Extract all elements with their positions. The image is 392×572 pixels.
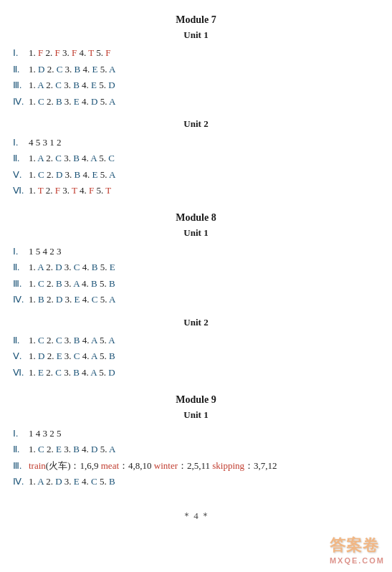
row-label: Ⅱ. (13, 62, 29, 77)
answer-row: Ⅲ.train(火车)：1,6,9 meat：4,8,10 winter：2,5… (13, 458, 379, 473)
answer-row: Ⅰ.1 4 3 2 5 (13, 426, 379, 441)
answer-row: Ⅱ.1. A 2. C 3. B 4. A 5. C (13, 151, 379, 166)
answer-row: Ⅴ.1. D 2. E 3. C 4. A 5. B (13, 348, 379, 363)
row-content: 1. E 2. C 3. B 4. A 5. D (29, 365, 379, 380)
row-content: 1. A 2. C 3. B 4. A 5. C (29, 151, 379, 166)
row-content: 4 5 3 1 2 (29, 135, 379, 150)
unit-title: Unit 1 (13, 27, 379, 42)
answer-row: Ⅱ.1. A 2. D 3. C 4. B 5. E (13, 259, 379, 275)
row-content: 1. C 2. B 3. A 4. B 5. B (29, 276, 379, 291)
row-label: Ⅲ. (13, 458, 29, 473)
row-label: Ⅱ. (13, 442, 29, 457)
row-label: Ⅲ. (13, 77, 29, 92)
answer-row: Ⅳ.1. C 2. B 3. E 4. D 5. A (13, 94, 379, 109)
row-label: Ⅰ. (13, 244, 29, 259)
unit-section: Unit 2Ⅱ.1. C 2. C 3. B 4. A 5. AⅤ.1. D 2… (13, 315, 379, 381)
answer-row: Ⅱ.1. C 2. E 3. B 4. D 5. A (13, 442, 379, 457)
module-block: Module 9Unit 1Ⅰ.1 4 3 2 5Ⅱ.1. C 2. E 3. … (13, 394, 379, 496)
row-content: 1 4 3 2 5 (29, 426, 379, 441)
answer-row: Ⅳ.1. A 2. D 3. E 4. C 5. B (13, 474, 379, 489)
answer-row: Ⅱ.1. D 2. C 3. B 4. E 5. A (13, 62, 379, 77)
answer-row: Ⅰ.1. F 2. F 3. F 4. T 5. F (13, 45, 379, 60)
unit-section: Unit 1Ⅰ.1. F 2. F 3. F 4. T 5. FⅡ.1. D 2… (13, 27, 379, 109)
row-label: Ⅳ. (13, 94, 29, 109)
row-content: 1. D 2. C 3. B 4. E 5. A (29, 62, 379, 77)
module-block: Module 7Unit 1Ⅰ.1. F 2. F 3. F 4. T 5. F… (13, 14, 379, 205)
module-block: Module 8Unit 1Ⅰ.1 5 4 2 3Ⅱ.1. A 2. D 3. … (13, 212, 379, 387)
row-label: Ⅰ. (13, 135, 29, 150)
unit-title: Unit 2 (13, 315, 379, 330)
unit-section: Unit 1Ⅰ.1 5 4 2 3Ⅱ.1. A 2. D 3. C 4. B 5… (13, 225, 379, 307)
row-label: Ⅰ. (13, 426, 29, 441)
answer-row: Ⅲ.1. C 2. B 3. A 4. B 5. B (13, 276, 379, 291)
row-content: 1. F 2. F 3. F 4. T 5. F (29, 45, 379, 60)
module-title: Module 9 (13, 394, 379, 406)
row-label: Ⅰ. (13, 45, 29, 60)
row-label: Ⅱ. (13, 333, 29, 348)
answer-row: Ⅰ.4 5 3 1 2 (13, 135, 379, 150)
row-content: 1. A 2. D 3. C 4. B 5. E (29, 259, 379, 275)
unit-section: Unit 2Ⅰ.4 5 3 1 2Ⅱ.1. A 2. C 3. B 4. A 5… (13, 116, 379, 198)
row-content: 1. A 2. C 3. B 4. E 5. D (29, 77, 379, 92)
row-label: Ⅱ. (13, 151, 29, 166)
answer-row: Ⅴ.1. C 2. D 3. B 4. E 5. A (13, 167, 379, 182)
row-label: Ⅴ. (13, 348, 29, 363)
row-content: 1. A 2. D 3. E 4. C 5. B (29, 474, 379, 489)
answer-row: Ⅵ.1. T 2. F 3. T 4. F 5. T (13, 183, 379, 198)
row-content: 1. C 2. E 3. B 4. D 5. A (29, 442, 379, 457)
answer-row: Ⅱ.1. C 2. C 3. B 4. A 5. A (13, 333, 379, 348)
row-label: Ⅲ. (13, 276, 29, 291)
module-title: Module 8 (13, 212, 379, 224)
row-content: train(火车)：1,6,9 meat：4,8,10 winter：2,5,1… (29, 458, 379, 473)
row-label: Ⅵ. (13, 183, 29, 198)
answer-row: Ⅰ.1 5 4 2 3 (13, 244, 379, 259)
row-content: 1. D 2. E 3. C 4. A 5. B (29, 348, 379, 363)
answer-row: Ⅳ.1. B 2. D 3. E 4. C 5. A (13, 292, 379, 307)
unit-section: Unit 1Ⅰ.1 4 3 2 5Ⅱ.1. C 2. E 3. B 4. D 5… (13, 407, 379, 489)
row-content: 1. B 2. D 3. E 4. C 5. A (29, 292, 379, 307)
unit-title: Unit 1 (13, 225, 379, 240)
row-content: 1 5 4 2 3 (29, 244, 379, 259)
answer-row: Ⅵ.1. E 2. C 3. B 4. A 5. D (13, 365, 379, 380)
row-label: Ⅴ. (13, 167, 29, 182)
row-content: 1. T 2. F 3. T 4. F 5. T (29, 183, 379, 198)
row-label: Ⅳ. (13, 292, 29, 307)
row-label: Ⅵ. (13, 365, 29, 380)
row-label: Ⅳ. (13, 474, 29, 489)
module-title: Module 7 (13, 14, 379, 26)
answer-row: Ⅲ.1. A 2. C 3. B 4. E 5. D (13, 77, 379, 92)
row-content: 1. C 2. B 3. E 4. D 5. A (29, 94, 379, 109)
page-footer: ＊ 4 ＊ (13, 510, 379, 523)
watermark: 答案卷MXQE.COM (330, 535, 385, 565)
row-label: Ⅱ. (13, 259, 29, 275)
row-content: 1. C 2. D 3. B 4. E 5. A (29, 167, 379, 182)
row-content: 1. C 2. C 3. B 4. A 5. A (29, 333, 379, 348)
unit-title: Unit 1 (13, 407, 379, 422)
unit-title: Unit 2 (13, 116, 379, 131)
